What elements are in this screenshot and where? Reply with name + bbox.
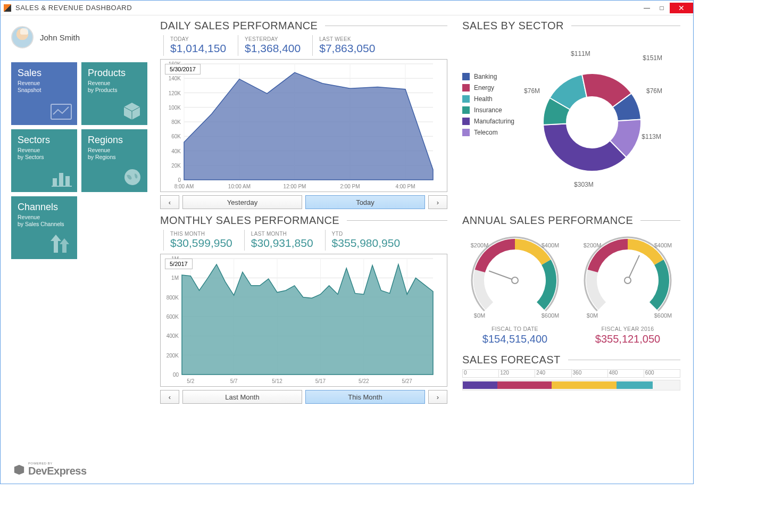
gauge-fiscal-year: $0M$200M$400M$600M FISCAL YEAR 2016 $355…: [577, 230, 678, 345]
svg-text:10:00 AM: 10:00 AM: [228, 184, 251, 189]
titlebar: SALES & REVENUE DASHBOARD — □ ✕: [1, 1, 693, 15]
legend-item: Manufacturing: [462, 118, 514, 125]
svg-text:40K: 40K: [171, 148, 181, 154]
box-icon: [122, 102, 142, 120]
svg-line-67: [489, 271, 515, 280]
current-user[interactable]: John Smith: [11, 26, 149, 48]
svg-rect-3: [53, 178, 57, 186]
globe-icon: [123, 168, 142, 187]
tile-title: Products: [88, 68, 141, 79]
svg-text:2:00 PM: 2:00 PM: [340, 184, 360, 189]
tile-title: Sectors: [18, 135, 71, 146]
donut-label: $113M: [642, 133, 661, 140]
svg-text:400K: 400K: [166, 333, 179, 339]
svg-text:4:00 PM: 4:00 PM: [395, 184, 415, 189]
stat-label: TODAY: [170, 36, 226, 42]
stat-value: $1,368,400: [245, 42, 301, 55]
stat-label: THIS MONTH: [170, 231, 232, 237]
legend-item: Insurance: [462, 106, 514, 114]
legend-item: Telecom: [462, 129, 514, 136]
sector-donut: $111M $151M $76M $113M $303M $76M: [523, 53, 661, 192]
svg-point-74: [625, 277, 631, 284]
gauge-fiscal-to-date: $0M$200M$400M$600M FISCAL TO DATE $154,5…: [464, 230, 565, 345]
panel-title: SALES BY SECTOR: [462, 20, 564, 32]
panel-title: DAILY SALES PERFORMANCE: [160, 20, 318, 32]
svg-text:0: 0: [178, 177, 181, 183]
stat-label: LAST WEEK: [319, 36, 375, 42]
stat-value: $7,863,050: [319, 42, 375, 55]
next-button[interactable]: ›: [428, 390, 447, 404]
forecast-scale: 0120240 360480600: [462, 369, 680, 378]
svg-text:$200M: $200M: [471, 242, 489, 248]
daily-chart: 5/30/2017 020K40K60K80K100K120K140K160K8…: [160, 59, 447, 192]
svg-text:$600M: $600M: [654, 312, 672, 319]
brand-name: DevExpress: [28, 465, 87, 477]
avatar: [11, 26, 34, 48]
close-button[interactable]: ✕: [670, 3, 693, 13]
tile-sectors[interactable]: Sectors Revenueby Sectors: [11, 129, 77, 192]
range-today-button[interactable]: Today: [305, 195, 425, 209]
nav-tiles: Sales RevenueSnapshot Products Revenueby…: [11, 62, 149, 259]
panel-title: SALES FORECAST: [462, 354, 561, 366]
prev-button[interactable]: ‹: [160, 390, 179, 404]
donut-label: $76M: [524, 87, 540, 95]
svg-text:5/7: 5/7: [230, 378, 238, 384]
tile-products[interactable]: Products Revenueby Products: [81, 62, 147, 125]
donut-label: $76M: [646, 87, 662, 95]
tile-regions[interactable]: Regions Revenueby Regions: [81, 129, 147, 192]
chart-date-badge: 5/2017: [165, 259, 193, 269]
tile-title: Regions: [88, 135, 141, 146]
prev-button[interactable]: ‹: [160, 195, 179, 209]
svg-text:$0M: $0M: [587, 312, 598, 319]
next-button[interactable]: ›: [428, 195, 447, 209]
svg-text:1M: 1M: [171, 275, 179, 281]
gauge-value: $355,121,050: [577, 333, 678, 345]
panel-title: MONTHLY SALES PERFORMANCE: [160, 214, 339, 227]
svg-text:8:00 AM: 8:00 AM: [174, 184, 194, 189]
panel-sectors: SALES BY SECTOR Banking Energy Health In…: [462, 20, 680, 209]
tile-channels[interactable]: Channels Revenueby Sales Channels: [11, 196, 77, 259]
maximize-button[interactable]: □: [655, 3, 669, 13]
panel-annual: ANNUAL SALES PERFORMANCE $0M$200M$400M$6…: [462, 214, 680, 404]
tile-sub: Revenueby Sales Channels: [18, 214, 71, 227]
svg-line-73: [628, 255, 639, 280]
tile-sub: Revenueby Products: [88, 80, 141, 93]
stat-value: $30,931,850: [251, 237, 313, 250]
svg-text:$0M: $0M: [474, 312, 485, 319]
stat-value: $1,014,150: [170, 42, 226, 55]
legend-item: Banking: [462, 73, 514, 80]
svg-text:00: 00: [173, 372, 179, 378]
window-title: SALES & REVENUE DASHBOARD: [15, 4, 132, 12]
svg-text:$200M: $200M: [584, 242, 602, 248]
svg-text:5/2: 5/2: [187, 378, 194, 384]
range-yesterday-button[interactable]: Yesterday: [182, 195, 302, 209]
svg-text:120K: 120K: [169, 90, 181, 96]
devexpress-logo-icon: [13, 464, 25, 476]
svg-text:20K: 20K: [171, 163, 181, 169]
svg-text:5/17: 5/17: [315, 378, 326, 384]
legend-item: Health: [462, 95, 514, 103]
tile-title: Channels: [18, 202, 71, 213]
gauge-value: $154,515,400: [464, 333, 565, 345]
gauge-caption: FISCAL YEAR 2016: [577, 326, 678, 332]
range-this-month-button[interactable]: This Month: [305, 390, 425, 404]
bar-chart-icon: [52, 170, 72, 187]
devexpress-brand: POWERED BY DevExpress: [13, 462, 87, 477]
donut-label: $111M: [571, 50, 590, 57]
svg-text:800K: 800K: [166, 295, 179, 301]
tile-sales[interactable]: Sales RevenueSnapshot: [11, 62, 77, 125]
svg-text:5/27: 5/27: [402, 378, 412, 384]
sector-legend: Banking Energy Health Insurance Manufact…: [462, 69, 514, 192]
minimize-button[interactable]: —: [640, 3, 654, 13]
chart-date-badge: 5/30/2017: [165, 64, 201, 74]
app-logo-icon: [4, 4, 11, 12]
line-chart-icon: [51, 104, 72, 120]
range-last-month-button[interactable]: Last Month: [182, 390, 302, 404]
svg-marker-8: [14, 464, 24, 474]
user-name: John Smith: [40, 33, 80, 42]
svg-text:$400M: $400M: [542, 242, 560, 248]
sidebar: John Smith Sales RevenueSnapshot Product…: [1, 15, 160, 484]
donut-label: $151M: [643, 54, 662, 62]
stat-label: YTD: [332, 231, 400, 237]
stat-label: LAST MONTH: [251, 231, 313, 237]
